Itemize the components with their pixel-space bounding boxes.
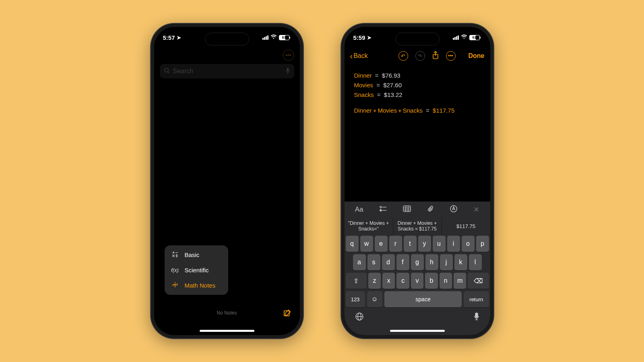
key-u[interactable]: u — [433, 236, 446, 252]
battery-icon: 61 — [469, 35, 480, 40]
key-h[interactable]: h — [425, 254, 438, 270]
no-notes-label: No Notes — [154, 310, 300, 316]
phone-right: 5:59 ➤ 61 ‹ Back ↶ ↷ ••• Do — [341, 24, 493, 338]
svg-point-8 — [176, 255, 177, 255]
key-c[interactable]: c — [396, 273, 409, 289]
key-b[interactable]: b — [425, 273, 438, 289]
dynamic-island — [205, 33, 249, 45]
key-y[interactable]: y — [418, 236, 431, 252]
back-button[interactable]: ‹ Back — [350, 51, 368, 61]
return-key[interactable]: return — [464, 291, 489, 307]
key-row-2: asdfghjkl — [346, 254, 489, 270]
menu-item-scientific[interactable]: f(x) Scientific — [165, 263, 228, 278]
dynamic-island — [395, 33, 440, 45]
status-time: 5:59 — [353, 34, 365, 41]
format-bar: Aa ✕ — [345, 202, 490, 218]
key-x[interactable]: x — [382, 273, 395, 289]
wifi-icon — [461, 34, 467, 41]
battery-icon: 61 — [279, 35, 289, 40]
space-key[interactable]: space — [384, 291, 462, 307]
close-format-icon[interactable]: ✕ — [473, 205, 479, 214]
svg-point-9 — [176, 257, 177, 257]
status-time: 5:57 — [163, 34, 175, 41]
emoji-key[interactable]: ☺ — [367, 291, 382, 307]
globe-icon[interactable] — [355, 312, 364, 323]
math-notes-icon — [171, 282, 179, 289]
undo-button[interactable]: ↶ — [398, 51, 408, 61]
key-d[interactable]: d — [382, 254, 395, 270]
done-button[interactable]: Done — [469, 52, 485, 60]
phone-left: 5:57 ➤ 61 ••• Search — [151, 24, 303, 338]
key-o[interactable]: o — [462, 236, 475, 252]
share-button[interactable] — [432, 51, 439, 61]
signal-icon — [262, 35, 268, 40]
key-w[interactable]: w — [360, 236, 373, 252]
menu-item-math-notes[interactable]: Math Notes — [165, 278, 228, 293]
menu-item-basic[interactable]: Basic — [165, 247, 228, 263]
key-p[interactable]: p — [476, 236, 489, 252]
key-row-1: qwertyuiop — [346, 236, 489, 252]
attachment-icon[interactable] — [427, 205, 434, 214]
checklist-icon[interactable] — [380, 206, 387, 214]
suggestion[interactable]: Dinner + Movies + Snacks = $117.75 — [393, 218, 442, 234]
key-z[interactable]: z — [368, 273, 381, 289]
key-e[interactable]: e — [375, 236, 388, 252]
backspace-key[interactable]: ⌫ — [468, 273, 489, 289]
key-n[interactable]: n — [440, 273, 452, 289]
text-format-icon[interactable]: Aa — [355, 206, 363, 214]
home-indicator[interactable] — [200, 330, 254, 332]
svg-point-17 — [380, 210, 382, 211]
note-line: Snacks = $13.22 — [354, 90, 481, 99]
key-q[interactable]: q — [346, 236, 359, 252]
basic-icon — [171, 251, 179, 259]
key-v[interactable]: v — [411, 273, 423, 289]
compose-button[interactable] — [283, 309, 292, 320]
shift-key[interactable]: ⇧ — [346, 273, 367, 289]
nav-bar: ‹ Back ↶ ↷ ••• Done — [345, 48, 490, 64]
key-s[interactable]: s — [367, 254, 380, 270]
note-line: Movies = $27.60 — [354, 81, 481, 90]
numbers-key[interactable]: 123 — [346, 291, 365, 307]
back-label: Back — [353, 52, 368, 60]
suggestion-bar: "Dinner + Movies + Snacks=" Dinner + Mov… — [345, 218, 490, 234]
location-icon: ➤ — [367, 35, 372, 41]
menu-label: Math Notes — [185, 282, 216, 289]
redo-button: ↷ — [415, 51, 425, 61]
svg-rect-28 — [475, 313, 478, 317]
wifi-icon — [270, 34, 277, 41]
menu-label: Basic — [185, 251, 200, 258]
table-icon[interactable] — [403, 206, 411, 214]
key-t[interactable]: t — [404, 236, 417, 252]
key-a[interactable]: a — [353, 254, 366, 270]
markup-icon[interactable] — [450, 205, 457, 214]
more-button[interactable]: ••• — [446, 51, 456, 61]
note-content[interactable]: Dinner = $76.93 Movies = $27.60 Snacks =… — [345, 64, 490, 123]
sum-result: $117.75 — [433, 107, 454, 114]
key-l[interactable]: l — [469, 254, 482, 270]
home-indicator[interactable] — [390, 330, 445, 332]
key-r[interactable]: r — [389, 236, 402, 252]
svg-rect-19 — [403, 206, 411, 212]
suggestion[interactable]: "Dinner + Movies + Snacks=" — [345, 218, 393, 234]
key-j[interactable]: j — [440, 254, 453, 270]
calculator-mode-menu: Basic f(x) Scientific Math Notes — [165, 245, 228, 295]
location-icon: ➤ — [177, 35, 181, 41]
key-m[interactable]: m — [454, 273, 466, 289]
key-row-3: ⇧ zxcvbnm ⌫ — [346, 273, 489, 289]
menu-label: Scientific — [185, 267, 209, 274]
key-f[interactable]: f — [396, 254, 409, 270]
key-g[interactable]: g — [411, 254, 424, 270]
chevron-left-icon: ‹ — [350, 51, 353, 61]
dictation-icon[interactable] — [473, 312, 480, 323]
key-k[interactable]: k — [454, 254, 467, 270]
signal-icon — [453, 35, 459, 40]
svg-point-15 — [380, 206, 382, 208]
key-i[interactable]: i — [447, 236, 460, 252]
scientific-icon: f(x) — [171, 267, 179, 273]
suggestion[interactable]: $117.75 — [442, 218, 490, 234]
note-sum-line: Dinner+Movies+Snacks = $117.75 — [354, 106, 481, 115]
note-line: Dinner = $76.93 — [354, 71, 481, 80]
keyboard: Aa ✕ "Dinner + Movies + Snacks=" Dinner … — [345, 202, 490, 335]
